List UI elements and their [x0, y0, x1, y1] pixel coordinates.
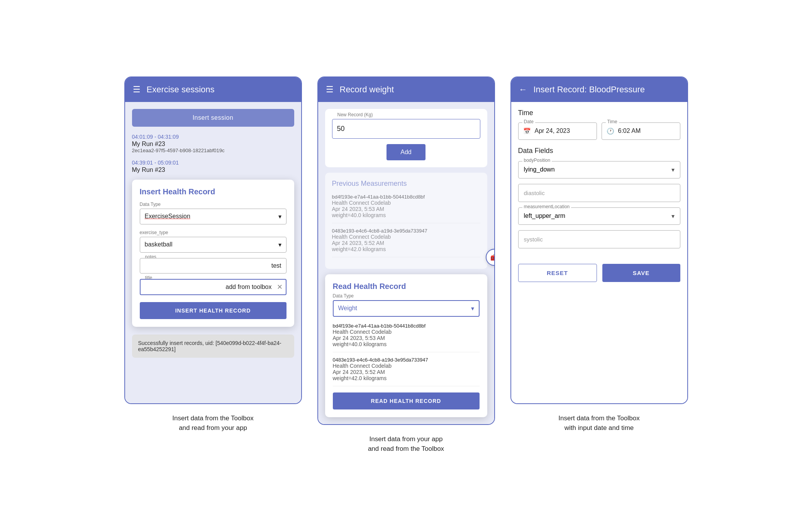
- session-time-1: 04:01:09 - 04:31:09: [132, 134, 294, 140]
- caption-2: Insert data from your appand read from t…: [368, 434, 444, 454]
- caption-3: Insert data from the Toolboxwith input d…: [558, 413, 639, 433]
- dialog-title-1: Insert Health Record: [140, 187, 286, 196]
- time-field[interactable]: Time 🕐 6:02 AM: [602, 122, 680, 140]
- title-field-wrapper: title add from toolbox ✕: [140, 279, 286, 295]
- read-health-record-button[interactable]: READ HEALTH RECORD: [333, 392, 480, 409]
- exercise-type-select[interactable]: basketball ▾: [140, 237, 286, 253]
- body-position-field[interactable]: bodyPosition lying_down ▾: [518, 161, 680, 178]
- measurement-id-2: 0483e193-e4c6-4cb8-a19d-3e95da733947: [332, 228, 480, 234]
- dialog-measurement-1: bd4f193e-e7a4-41aa-b1bb-50441b8cd8bf Hea…: [333, 323, 480, 352]
- new-record-card: New Record (Kg) 50 Add: [325, 109, 487, 167]
- measurement-id-1: bd4f193e-e7a4-41aa-b1bb-50441b8cd8bf: [332, 194, 480, 200]
- chevron-down-icon-1: ▾: [278, 213, 281, 220]
- date-time-row: Date 📅 Apr 24, 2023 Time 🕐 6:02 AM: [518, 122, 680, 140]
- caption-1: Insert data from the Toolboxand read fro…: [172, 413, 253, 433]
- body-position-value: lying_down: [524, 166, 555, 173]
- phone-frame-1: ☰ Exercise sessions Insert session 04:01…: [124, 76, 302, 404]
- dialog-measurement-source-1: Health Connect Codelab: [333, 329, 480, 335]
- screen1-content: Insert session 04:01:09 - 04:31:09 My Ru…: [125, 102, 301, 403]
- data-type-value-1: ExerciseSession: [145, 213, 190, 220]
- data-fields-label: Data Fields: [518, 147, 680, 155]
- save-button[interactable]: SAVE: [602, 264, 680, 282]
- toolbox-icon-2: 🧰: [490, 254, 495, 261]
- exercise-type-value: basketball: [145, 241, 173, 248]
- dialog-measurement-value-1: weight=40.0 kilograms: [333, 341, 480, 347]
- new-record-input[interactable]: 50: [332, 119, 480, 139]
- screen2-header: ☰ Record weight: [318, 77, 494, 102]
- chevron-down-icon-2: ▾: [278, 241, 281, 248]
- chevron-down-icon-4: ▾: [671, 166, 675, 173]
- insert-health-record-button[interactable]: INSERT HEALTH RECORD: [140, 302, 286, 319]
- screen2-title: Record weight: [340, 85, 394, 95]
- measurement-location-value: left_upper_arm: [524, 212, 566, 219]
- phone-frame-3: ← Insert Record: BloodPressure Time Date…: [510, 76, 688, 404]
- measurement-value-2: weight=42.0 kilograms: [332, 246, 480, 252]
- title-input-container: add from toolbox ✕: [140, 279, 286, 295]
- time-section-heading: Time: [518, 109, 680, 117]
- session-item-1: 04:01:09 - 04:31:09 My Run #23 2ec1eaa2-…: [132, 134, 294, 153]
- screen1-title: Exercise sessions: [147, 85, 215, 95]
- screen3-wrapper: ← Insert Record: BloodPressure Time Date…: [510, 76, 688, 433]
- time-content: 🕐 6:02 AM: [607, 127, 675, 135]
- dialog-measurement-id-1: bd4f193e-e7a4-41aa-b1bb-50441b8cd8bf: [333, 323, 480, 329]
- measurement-location-field[interactable]: measurementLocation left_upper_arm ▾: [518, 207, 680, 225]
- session-name-2: My Run #23: [132, 166, 294, 173]
- insert-session-button[interactable]: Insert session: [132, 109, 294, 127]
- screen2-content: New Record (Kg) 50 Add Previous Measurem…: [318, 102, 494, 424]
- screen3-header: ← Insert Record: BloodPressure: [511, 77, 687, 102]
- notes-field-wrapper: notes test: [140, 258, 286, 273]
- data-type-select-1[interactable]: ExerciseSession ▾: [140, 209, 286, 224]
- back-arrow-icon[interactable]: ←: [519, 85, 527, 95]
- chevron-down-icon-5: ▾: [671, 212, 675, 220]
- systolic-field[interactable]: systolic: [518, 230, 680, 248]
- session-id-1: 2ec1eaa2-97f5-4597-b908-18221abf019c: [132, 148, 294, 153]
- date-value: Apr 24, 2023: [535, 127, 570, 134]
- measurement-2: 0483e193-e4c6-4cb8-a19d-3e95da733947 Hea…: [332, 228, 480, 257]
- dialog-measurement-id-2: 0483e193-e4c6-4cb8-a19d-3e95da733947: [333, 357, 480, 363]
- calendar-icon: 📅: [523, 127, 531, 135]
- dialog-measurement-2: 0483e193-e4c6-4cb8-a19d-3e95da733947 Hea…: [333, 357, 480, 386]
- screen1-wrapper: ☰ Exercise sessions Insert session 04:01…: [124, 76, 302, 433]
- screen1-header: ☰ Exercise sessions: [125, 77, 301, 102]
- measurement-value-1: weight=40.0 kilograms: [332, 212, 480, 218]
- dialog-measurement-date-1: Apr 24 2023, 5:53 AM: [333, 335, 480, 341]
- new-record-wrapper: New Record (Kg) 50: [332, 116, 480, 139]
- measurement-1: bd4f193e-e7a4-41aa-b1bb-50441b8cd8bf Hea…: [332, 194, 480, 223]
- time-value: 6:02 AM: [618, 127, 641, 134]
- screen3-content: Time Date 📅 Apr 24, 2023 Time 🕐: [511, 102, 687, 403]
- data-type-label-1: Data Type: [140, 202, 286, 207]
- hamburger-icon[interactable]: ☰: [133, 85, 141, 95]
- success-message: Successfully insert records, uid: [540e0…: [132, 335, 294, 358]
- phone-frame-2: ☰ Record weight New Record (Kg) 50 Add P…: [317, 76, 495, 425]
- measurement-date-2: Apr 24 2023, 5:52 AM: [332, 240, 480, 246]
- read-health-record-dialog: Read Health Record Data Type Weight ▾ bd…: [325, 274, 487, 417]
- reset-button[interactable]: RESET: [518, 264, 597, 282]
- prev-measurements-title: Previous Measurements: [332, 180, 480, 189]
- dialog-measurement-value-2: weight=42.0 kilograms: [333, 375, 480, 381]
- session-name-1: My Run #23: [132, 141, 294, 148]
- body-position-label: bodyPosition: [522, 158, 552, 163]
- screens-container: ☰ Exercise sessions Insert session 04:01…: [124, 76, 688, 454]
- notes-input[interactable]: test: [140, 258, 286, 273]
- session-item-2: 04:39:01 - 05:09:01 My Run #23: [132, 160, 294, 173]
- date-field[interactable]: Date 📅 Apr 24, 2023: [518, 122, 597, 140]
- measurement-date-1: Apr 24 2023, 5:53 AM: [332, 206, 480, 212]
- read-data-type-select[interactable]: Weight ▾: [333, 300, 480, 317]
- time-label: Time: [606, 119, 619, 124]
- bottom-buttons: RESET SAVE: [518, 264, 680, 282]
- dialog-measurement-date-2: Apr 24 2023, 5:52 AM: [333, 369, 480, 375]
- date-content: 📅 Apr 24, 2023: [523, 127, 592, 135]
- screen2-wrapper: ☰ Record weight New Record (Kg) 50 Add P…: [317, 76, 495, 454]
- diastolic-field[interactable]: diastolic: [518, 184, 680, 202]
- title-input[interactable]: add from toolbox: [140, 279, 286, 295]
- exercise-type-label: exercise_type: [140, 230, 286, 235]
- read-dialog-title: Read Health Record: [333, 282, 480, 291]
- clear-icon[interactable]: ✕: [277, 283, 283, 291]
- read-data-type-value: Weight: [338, 305, 358, 312]
- hamburger-icon-2[interactable]: ☰: [326, 85, 334, 95]
- new-record-label: New Record (Kg): [336, 112, 375, 117]
- add-button[interactable]: Add: [387, 144, 425, 160]
- measurement-source-2: Health Connect Codelab: [332, 234, 480, 240]
- session-time-2: 04:39:01 - 05:09:01: [132, 160, 294, 166]
- dialog-box-1: Insert Health Record Data Type ExerciseS…: [132, 180, 294, 327]
